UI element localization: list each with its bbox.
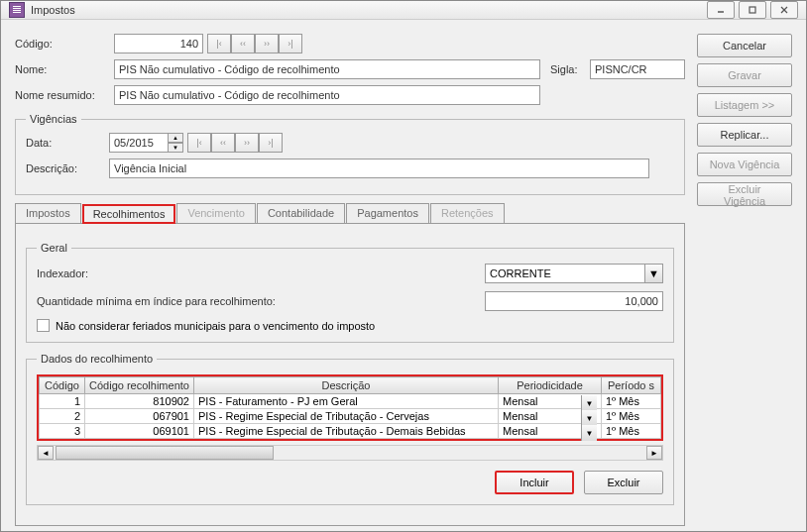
chevron-down-icon: ▼ xyxy=(581,410,597,426)
nome-resumido-input[interactable] xyxy=(114,85,540,105)
data-label: Data: xyxy=(26,137,109,149)
th-periodo: Período s xyxy=(602,377,661,394)
vigencias-legend: Vigências xyxy=(26,113,81,125)
cell-periodo[interactable]: 1º Mês xyxy=(602,409,661,424)
cell-periodo[interactable]: 1º Mês xyxy=(602,424,661,439)
sigla-input[interactable] xyxy=(590,59,685,79)
svg-rect-1 xyxy=(749,7,755,13)
cell-periodicidade[interactable]: Mensal▼ xyxy=(499,424,602,439)
codigo-input[interactable] xyxy=(114,34,203,53)
window: Impostos Código: |‹ ‹‹ ›› ›| Nome: xyxy=(0,0,807,532)
table-row[interactable]: 3069101PIS - Regime Especial de Tributaç… xyxy=(40,424,661,439)
dados-legend: Dados do recolhimento xyxy=(37,353,157,365)
tab-contabilidade[interactable]: Contabilidade xyxy=(257,203,345,223)
cell-codigo-rec[interactable]: 067901 xyxy=(85,409,194,424)
descricao-label: Descrição: xyxy=(26,162,109,174)
chevron-down-icon: ▼ xyxy=(581,395,597,411)
tab-content: Geral Indexador: CORRENTE ▼ Quantidade m… xyxy=(15,224,685,526)
table-row[interactable]: 1810902PIS - Faturamento - PJ em GeralMe… xyxy=(40,394,661,409)
scroll-left-icon[interactable]: ◄ xyxy=(38,446,54,460)
cell-codigo-rec[interactable]: 810902 xyxy=(85,394,194,409)
indexador-value: CORRENTE xyxy=(490,267,551,279)
chevron-down-icon: ▼ xyxy=(581,425,597,441)
incluir-button[interactable]: Incluir xyxy=(495,471,574,494)
codigo-label: Código: xyxy=(15,38,114,50)
vig-nav-next-button[interactable]: ›› xyxy=(235,133,259,153)
indexador-label: Indexador: xyxy=(37,267,485,279)
nav-next-button[interactable]: ›› xyxy=(255,34,279,53)
app-icon xyxy=(9,2,25,18)
nav-first-button[interactable]: |‹ xyxy=(207,34,231,53)
tab-vencimento[interactable]: Vencimento xyxy=(176,203,255,223)
recolhimento-table: Código Código recolhimento Descrição Per… xyxy=(37,374,663,441)
quantidade-input[interactable] xyxy=(485,291,663,311)
vig-nav-last-button[interactable]: ›| xyxy=(259,133,283,153)
table-row[interactable]: 2067901PIS - Regime Especial de Tributaç… xyxy=(40,409,661,424)
cell-codigo[interactable]: 3 xyxy=(40,424,85,439)
geral-fieldset: Geral Indexador: CORRENTE ▼ Quantidade m… xyxy=(26,242,674,343)
tab-bar: Impostos Recolhimentos Vencimento Contab… xyxy=(15,203,685,224)
geral-legend: Geral xyxy=(37,242,71,254)
maximize-button[interactable] xyxy=(739,1,766,19)
nome-label: Nome: xyxy=(15,63,114,75)
scroll-thumb[interactable] xyxy=(56,446,274,460)
th-descricao: Descrição xyxy=(194,377,499,394)
nova-vigencia-button[interactable]: Nova Vigência xyxy=(697,153,792,176)
feriados-label: Não considerar feriados municipais para … xyxy=(56,320,375,332)
tab-impostos[interactable]: Impostos xyxy=(15,203,81,223)
tab-pagamentos[interactable]: Pagamentos xyxy=(346,203,429,223)
table-h-scrollbar[interactable]: ◄ ► xyxy=(37,445,663,461)
nome-input[interactable] xyxy=(114,59,540,79)
th-periodicidade: Periodicidade xyxy=(499,377,602,394)
dados-fieldset: Dados do recolhimento Código Código reco… xyxy=(26,353,674,505)
cell-periodo[interactable]: 1º Mês xyxy=(602,394,661,409)
cell-descricao[interactable]: PIS - Faturamento - PJ em Geral xyxy=(194,394,499,409)
cell-periodicidade[interactable]: Mensal▼ xyxy=(499,394,602,409)
cell-codigo[interactable]: 2 xyxy=(40,409,85,424)
tab-retencoes[interactable]: Retenções xyxy=(430,203,505,223)
cell-codigo[interactable]: 1 xyxy=(40,394,85,409)
descricao-input[interactable] xyxy=(109,159,649,178)
vig-nav-prev-button[interactable]: ‹‹ xyxy=(211,133,235,153)
excluir-button[interactable]: Excluir xyxy=(584,471,663,494)
minimize-button[interactable] xyxy=(707,1,735,19)
listagem-button[interactable]: Listagem >> xyxy=(697,93,792,117)
vigencias-fieldset: Vigências Data: ▲ ▼ |‹ ‹‹ ›› ›| xyxy=(15,113,685,195)
close-button[interactable] xyxy=(770,1,798,19)
nav-last-button[interactable]: ›| xyxy=(279,34,302,53)
sigla-label: Sigla: xyxy=(550,63,590,75)
tab-recolhimentos[interactable]: Recolhimentos xyxy=(82,204,176,224)
nav-prev-button[interactable]: ‹‹ xyxy=(231,34,255,53)
data-input[interactable] xyxy=(109,133,169,153)
replicar-button[interactable]: Replicar... xyxy=(697,123,792,147)
cell-codigo-rec[interactable]: 069101 xyxy=(85,424,194,439)
titlebar: Impostos xyxy=(1,1,806,20)
data-spinner-up[interactable]: ▲ xyxy=(168,133,183,143)
indexador-combo[interactable]: CORRENTE ▼ xyxy=(485,264,663,283)
cell-descricao[interactable]: PIS - Regime Especial de Tributação - Ce… xyxy=(194,409,499,424)
data-spinner-down[interactable]: ▼ xyxy=(168,143,183,153)
excluir-vigencia-button[interactable]: Excluir Vigência xyxy=(697,182,792,206)
quantidade-label: Quantidade mínima em índice para recolhi… xyxy=(37,295,485,307)
cell-periodicidade[interactable]: Mensal▼ xyxy=(499,409,602,424)
cell-descricao[interactable]: PIS - Regime Especial de Tributação - De… xyxy=(194,424,499,439)
feriados-checkbox[interactable] xyxy=(37,319,50,332)
chevron-down-icon: ▼ xyxy=(644,265,662,282)
th-codigo: Código xyxy=(40,377,85,394)
scroll-right-icon[interactable]: ► xyxy=(646,446,662,460)
nome-resumido-label: Nome resumido: xyxy=(15,89,114,101)
th-codigo-rec: Código recolhimento xyxy=(85,377,194,394)
cancelar-button[interactable]: Cancelar xyxy=(697,34,792,57)
vig-nav-first-button[interactable]: |‹ xyxy=(187,133,211,153)
gravar-button[interactable]: Gravar xyxy=(697,63,792,87)
window-title: Impostos xyxy=(31,4,707,16)
